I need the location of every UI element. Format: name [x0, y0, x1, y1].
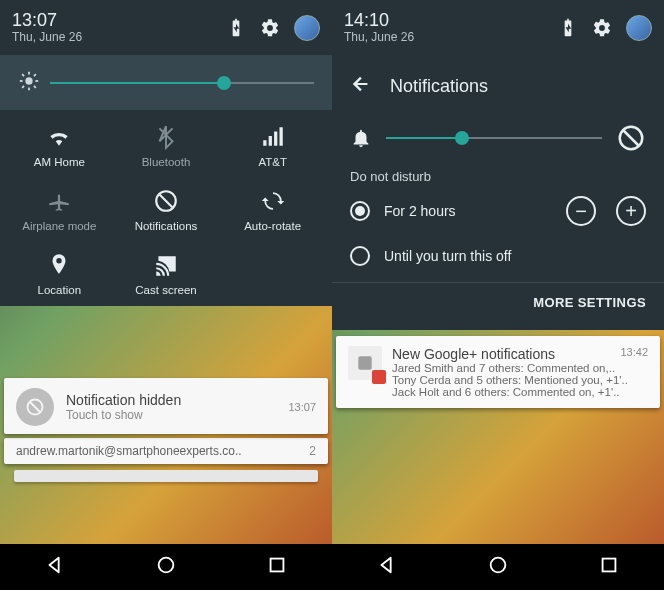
gplus-time: 13:42	[620, 346, 648, 358]
qs-tile-label: AT&T	[258, 156, 287, 168]
qs-tile-cell[interactable]: AT&T	[219, 124, 326, 168]
gplus-notification-card[interactable]: New Google+ notifications Jared Smith an…	[336, 336, 660, 408]
hidden-time: 13:07	[288, 401, 316, 413]
status-date: Thu, June 26	[12, 31, 82, 45]
more-settings-button[interactable]: MORE SETTINGS	[332, 282, 664, 322]
qs-tile-label: Airplane mode	[22, 220, 96, 232]
profile-avatar[interactable]	[626, 15, 652, 41]
svg-point-0	[25, 77, 32, 84]
qs-tile-plane[interactable]: Airplane mode	[6, 188, 113, 232]
qs-tile-label: Cast screen	[135, 284, 196, 296]
svg-line-6	[34, 85, 36, 87]
gplus-icon	[348, 346, 382, 380]
notification-hidden-card[interactable]: Notification hidden Touch to show 13:07	[4, 378, 328, 434]
radio-icon	[350, 246, 370, 266]
screen-right: 14:10 Thu, June 26 Notifications	[332, 0, 664, 590]
email-peek-text: andrew.martonik@smartphoneexperts.co..	[16, 444, 242, 458]
mute-icon[interactable]	[616, 123, 646, 153]
hidden-title: Notification hidden	[66, 392, 276, 408]
nav-back-icon[interactable]	[376, 554, 398, 580]
nav-recents-icon[interactable]	[266, 554, 288, 580]
brightness-icon	[18, 70, 40, 96]
stacked-card-hint	[14, 470, 318, 482]
hidden-subtitle: Touch to show	[66, 408, 276, 422]
svg-rect-14	[270, 559, 283, 572]
radio-icon	[350, 201, 370, 221]
svg-line-12	[30, 402, 40, 412]
status-date: Thu, June 26	[344, 31, 414, 45]
settings-icon[interactable]	[260, 18, 280, 38]
battery-charging-icon	[558, 18, 578, 38]
plane-icon	[46, 188, 72, 214]
notifications-settings-panel: Notifications Do not disturb For 2 hours…	[332, 55, 664, 330]
nav-recents-icon[interactable]	[598, 554, 620, 580]
qs-tile-label: AM Home	[34, 156, 85, 168]
quick-settings-panel: AM HomeBluetoothAT&TAirplane modeNotific…	[0, 110, 332, 306]
qs-tile-label: Notifications	[135, 220, 198, 232]
panel-title: Notifications	[390, 76, 488, 97]
dnd-option-label: Until you turn this off	[384, 248, 511, 264]
gplus-line: Jared Smith and 7 others: Commented on,.…	[392, 362, 648, 374]
email-peek-card[interactable]: andrew.martonik@smartphoneexperts.co.. 2	[4, 438, 328, 464]
brightness-row	[0, 55, 332, 110]
dnd-section-label: Do not disturb	[332, 163, 664, 186]
notification-volume-slider[interactable]	[386, 127, 602, 149]
dnd-option-label: For 2 hours	[384, 203, 456, 219]
profile-avatar[interactable]	[294, 15, 320, 41]
brightness-slider[interactable]	[50, 72, 314, 94]
qs-tile-loc[interactable]: Location	[6, 252, 113, 296]
settings-icon[interactable]	[592, 18, 612, 38]
qs-tile-wifi[interactable]: AM Home	[6, 124, 113, 168]
qs-tile-label: Bluetooth	[142, 156, 191, 168]
status-time: 14:10	[344, 10, 414, 31]
nav-bar	[332, 544, 664, 590]
bell-icon	[350, 127, 372, 149]
nav-bar	[0, 544, 332, 590]
qs-tile-bt[interactable]: Bluetooth	[113, 124, 220, 168]
svg-rect-17	[358, 356, 371, 369]
nav-back-icon[interactable]	[44, 554, 66, 580]
wifi-icon	[46, 124, 72, 150]
qs-tile-notif[interactable]: Notifications	[113, 188, 220, 232]
status-bar: 13:07 Thu, June 26	[0, 0, 332, 55]
svg-point-18	[491, 558, 506, 573]
dnd-option-row[interactable]: Until you turn this off	[332, 236, 664, 276]
gplus-line: Jack Holt and 6 others: Commented on, +1…	[392, 386, 648, 398]
svg-line-5	[22, 74, 24, 76]
svg-rect-19	[602, 559, 615, 572]
decrease-button[interactable]: −	[566, 196, 596, 226]
increase-button[interactable]: +	[616, 196, 646, 226]
bt-icon	[153, 124, 179, 150]
email-peek-count: 2	[309, 444, 316, 458]
svg-line-16	[624, 131, 639, 146]
svg-line-10	[159, 195, 172, 208]
svg-line-7	[22, 85, 24, 87]
battery-charging-icon	[226, 18, 246, 38]
qs-tile-rotate[interactable]: Auto-rotate	[219, 188, 326, 232]
gplus-title: New Google+ notifications	[392, 346, 648, 362]
cell-icon	[260, 124, 286, 150]
nav-home-icon[interactable]	[155, 554, 177, 580]
screen-left: 13:07 Thu, June 26 AM HomeBluetoothAT&TA…	[0, 0, 332, 590]
svg-point-13	[159, 558, 174, 573]
status-time: 13:07	[12, 10, 82, 31]
rotate-icon	[260, 188, 286, 214]
gplus-line: Tony Cerda and 5 others: Mentioned you, …	[392, 374, 648, 386]
status-bar: 14:10 Thu, June 26	[332, 0, 664, 55]
qs-tile-cast[interactable]: Cast screen	[113, 252, 220, 296]
nav-home-icon[interactable]	[487, 554, 509, 580]
blocked-icon	[16, 388, 54, 426]
loc-icon	[46, 252, 72, 278]
dnd-option-row[interactable]: For 2 hours−+	[332, 186, 664, 236]
notif-icon	[153, 188, 179, 214]
svg-line-8	[34, 74, 36, 76]
qs-tile-label: Auto-rotate	[244, 220, 301, 232]
back-icon[interactable]	[350, 73, 372, 99]
qs-tile-label: Location	[38, 284, 81, 296]
cast-icon	[153, 252, 179, 278]
